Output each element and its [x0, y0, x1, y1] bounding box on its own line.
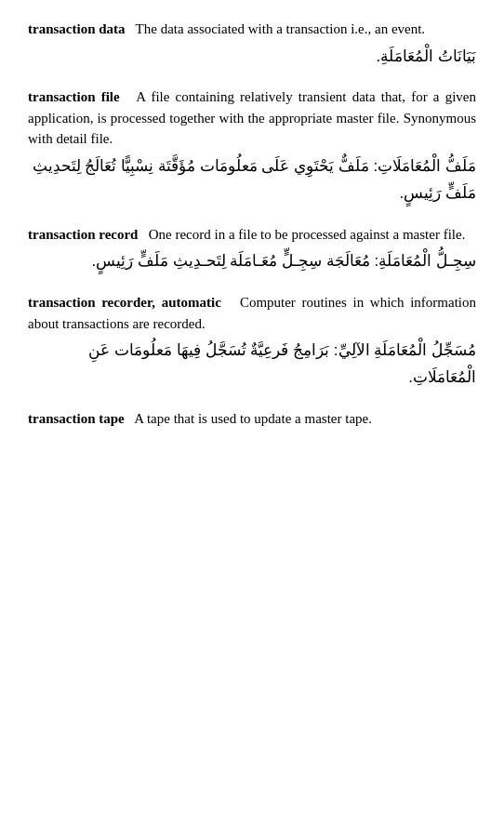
arabic-transaction-record: سِجِـلُّ الْمُعَامَلَةِ: مُعَالَجَة سِجِ…: [28, 248, 476, 275]
term-transaction-record: transaction record: [28, 227, 138, 242]
entry-transaction-file-text: transaction file A file containing relat…: [28, 86, 476, 150]
entry-transaction-tape-text: transaction tape A tape that is used to …: [28, 408, 476, 430]
arabic-transaction-data: بَيَانَاتُ الْمُعَامَلَةِ.: [28, 44, 476, 71]
entry-transaction-tape: transaction tape A tape that is used to …: [28, 408, 476, 430]
term-transaction-recorder: transaction recorder, automatic: [28, 295, 221, 310]
entry-transaction-recorder-text: transaction recorder, automatic Computer…: [28, 292, 476, 334]
arabic-transaction-file: مَلَفُّ الْمُعَامَلَاتِ: مَلَفٌّ يَحْتَو…: [28, 153, 476, 207]
arabic-transaction-recorder: مُسَجِّلُ الْمُعَامَلَةِ الآلِيِّ: بَرَا…: [28, 338, 476, 392]
definition-transaction-tape: A tape that is used to update a master t…: [134, 411, 372, 426]
dictionary-page: transaction data The data associated wit…: [28, 19, 476, 429]
entry-transaction-record-text: transaction record One record in a file …: [28, 224, 476, 246]
entry-transaction-data: transaction data The data associated wit…: [28, 19, 476, 70]
term-transaction-data: transaction data: [28, 21, 126, 36]
entry-transaction-recorder: transaction recorder, automatic Computer…: [28, 292, 476, 392]
entry-transaction-data-text: transaction data The data associated wit…: [28, 19, 476, 40]
term-transaction-tape: transaction tape: [28, 411, 125, 426]
entry-transaction-record: transaction record One record in a file …: [28, 224, 476, 275]
entry-transaction-file: transaction file A file containing relat…: [28, 86, 476, 206]
definition-transaction-record: One record in a file to be processed aga…: [149, 227, 466, 242]
definition-transaction-data: The data associated with a transaction i…: [136, 21, 426, 36]
term-transaction-file: transaction file: [28, 89, 120, 104]
